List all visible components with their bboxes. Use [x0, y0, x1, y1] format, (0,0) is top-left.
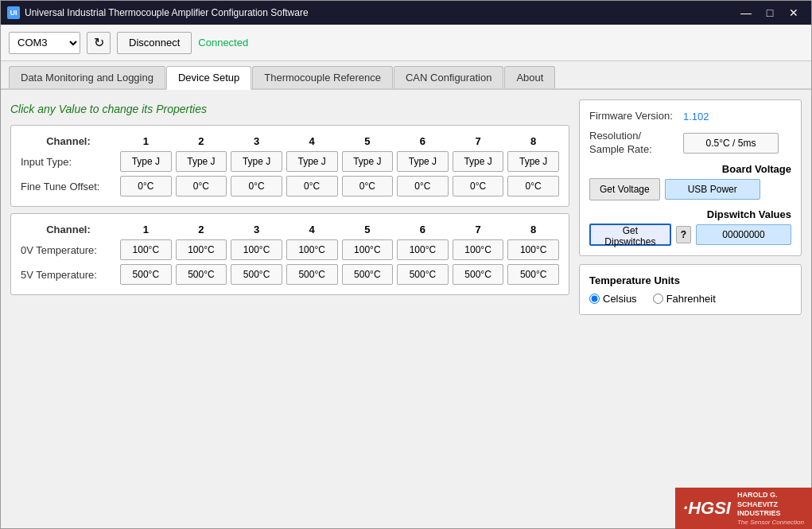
fine-tune-ch1[interactable]	[120, 176, 172, 196]
ch2-num-1: 1	[120, 224, 172, 235]
logo-tagline: The Sensor Connection	[737, 519, 804, 526]
channel-label-1: Channel:	[21, 135, 116, 147]
ov-temp-ch3[interactable]	[231, 239, 282, 260]
ov-temp-ch7[interactable]	[453, 239, 504, 260]
app-icon: UI	[7, 6, 20, 19]
get-dipswitches-button[interactable]: Get Dipswitches	[589, 224, 671, 246]
fine-tune-ch8[interactable]	[507, 176, 559, 196]
5v-temp-ch1[interactable]	[120, 264, 172, 285]
ch2-num-8: 8	[507, 224, 559, 235]
input-type-ch5[interactable]	[342, 151, 394, 172]
dipswitch-title: Dipswitch Values	[589, 208, 791, 220]
5v-temp-ch5[interactable]	[342, 264, 394, 285]
fine-tune-ch7[interactable]	[453, 176, 504, 196]
resolution-field[interactable]	[683, 133, 779, 154]
logo-company-text: HAROLD G. SCHAEVITZ INDUSTRIES The Senso…	[737, 491, 804, 526]
fahrenheit-radio[interactable]	[653, 294, 663, 304]
resolution-row: Resolution/Sample Rate:	[589, 130, 791, 157]
fahrenheit-label: Fahrenheit	[666, 293, 716, 305]
ov-temp-ch6[interactable]	[397, 239, 449, 260]
celsius-option[interactable]: Celsius	[589, 293, 637, 305]
logo-bar: ·HGSI HAROLD G. SCHAEVITZ INDUSTRIES The…	[675, 488, 812, 529]
board-voltage-field[interactable]	[665, 179, 760, 200]
ch-num-5: 5	[342, 135, 394, 147]
ov-temp-ch2[interactable]	[176, 239, 227, 260]
titlebar: UI Universal Industrial Thermocouple Amp…	[1, 1, 811, 25]
temp-units-title: Temperature Units	[589, 274, 791, 286]
left-panel: Click any Value to change its Properties…	[10, 99, 569, 520]
right-panel: Firmware Version: 1.102 Resolution/Sampl…	[579, 99, 802, 520]
input-type-ch8[interactable]	[507, 151, 559, 172]
5v-temp-ch2[interactable]	[176, 264, 227, 285]
ov-temp-ch5[interactable]	[342, 239, 394, 260]
toolbar: COM3 COM1 COM2 COM4 ↻ Disconnect Connect…	[1, 25, 811, 61]
5v-temp-ch4[interactable]	[286, 264, 338, 285]
fine-tune-ch5[interactable]	[342, 176, 394, 196]
input-type-ch3[interactable]	[231, 151, 282, 172]
input-type-ch1[interactable]	[120, 151, 172, 172]
ch2-num-6: 6	[397, 224, 449, 235]
lower-channel-box: Channel: 1 2 3 4 5 6 7 8 0V Temperature:	[10, 213, 569, 295]
fine-tune-ch4[interactable]	[286, 176, 338, 196]
main-content: Click any Value to change its Properties…	[1, 90, 811, 529]
tab-can[interactable]: CAN Configuration	[394, 66, 503, 88]
logo-line2: SCHAEVITZ	[737, 500, 804, 510]
ch-num-1: 1	[120, 135, 172, 147]
ch2-num-4: 4	[286, 224, 338, 235]
input-type-ch7[interactable]	[453, 151, 504, 172]
5v-temp-ch3[interactable]	[231, 264, 282, 285]
ch2-num-3: 3	[231, 224, 282, 235]
dipswitch-value-field[interactable]	[696, 224, 791, 245]
maximize-button[interactable]: □	[759, 4, 781, 21]
5v-temp-label: 5V Temperature:	[21, 269, 116, 281]
ch2-num-5: 5	[342, 224, 394, 235]
ov-temp-ch4[interactable]	[286, 239, 338, 260]
get-voltage-button[interactable]: Get Voltage	[589, 178, 660, 200]
refresh-button[interactable]: ↻	[87, 32, 111, 54]
input-type-ch4[interactable]	[286, 151, 338, 172]
tab-device-setup[interactable]: Device Setup	[166, 66, 251, 90]
ch-num-2: 2	[176, 135, 227, 147]
logo-line1: HAROLD G.	[737, 491, 804, 500]
board-voltage-row: Get Voltage	[589, 178, 791, 200]
fine-tune-ch6[interactable]	[397, 176, 449, 196]
fahrenheit-option[interactable]: Fahrenheit	[653, 293, 716, 305]
upper-channel-grid: Channel: 1 2 3 4 5 6 7 8 Input Type:	[21, 135, 559, 196]
input-type-ch6[interactable]	[397, 151, 449, 172]
fine-tune-ch3[interactable]	[231, 176, 282, 196]
titlebar-title: Universal Industrial Thermocouple Amplif…	[25, 7, 309, 18]
resolution-label: Resolution/Sample Rate:	[589, 130, 677, 157]
channel-label-2: Channel:	[21, 224, 116, 235]
input-type-ch2[interactable]	[176, 151, 227, 172]
5v-temp-ch6[interactable]	[397, 264, 449, 285]
firmware-row: Firmware Version: 1.102	[589, 110, 791, 123]
firmware-value: 1.102	[683, 111, 709, 123]
input-type-label: Input Type:	[21, 156, 116, 168]
disconnect-button[interactable]: Disconnect	[117, 32, 192, 54]
logo-hgsi-text: ·HGSI	[683, 498, 731, 519]
com-port-select[interactable]: COM3 COM1 COM2 COM4	[9, 32, 80, 54]
board-voltage-section: Board Voltage Get Voltage	[589, 163, 791, 200]
ch-num-4: 4	[286, 135, 338, 147]
ch-num-8: 8	[507, 135, 559, 147]
5v-temp-ch7[interactable]	[453, 264, 504, 285]
fine-tune-ch2[interactable]	[176, 176, 227, 196]
minimize-button[interactable]: —	[735, 4, 757, 21]
ch2-num-2: 2	[176, 224, 227, 235]
titlebar-controls[interactable]: — □ ✕	[735, 4, 805, 21]
help-button[interactable]: ?	[676, 226, 691, 243]
dipswitch-row: Get Dipswitches ?	[589, 224, 791, 246]
5v-temp-ch8[interactable]	[507, 264, 559, 285]
tab-about[interactable]: About	[504, 66, 555, 88]
ov-temp-ch1[interactable]	[120, 239, 172, 260]
celsius-label: Celsius	[603, 293, 637, 305]
ch2-num-7: 7	[453, 224, 504, 235]
ov-temp-label: 0V Temperature:	[21, 244, 116, 256]
tab-thermocouple[interactable]: Thermocouple Reference	[252, 66, 393, 88]
close-button[interactable]: ✕	[783, 4, 805, 21]
celsius-radio[interactable]	[589, 294, 600, 304]
tab-monitoring[interactable]: Data Monitoring and Logging	[9, 66, 165, 88]
ch-num-3: 3	[231, 135, 282, 147]
subtitle-text: Click any Value to change its Properties	[10, 99, 569, 119]
ov-temp-ch8[interactable]	[507, 239, 559, 260]
